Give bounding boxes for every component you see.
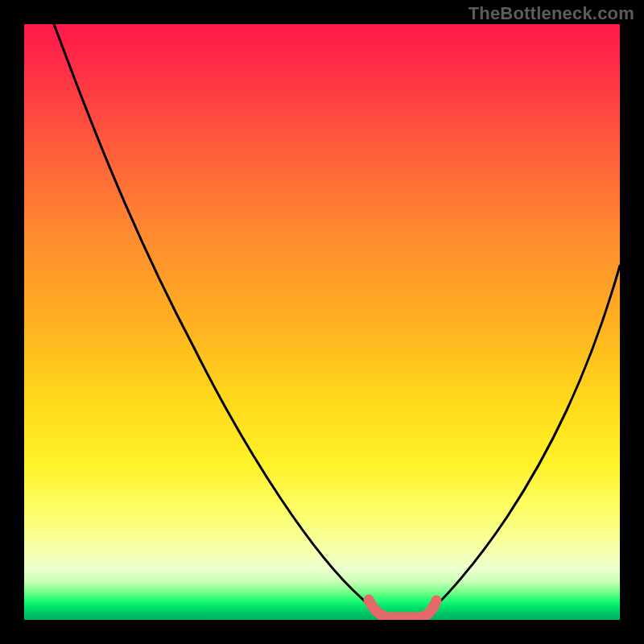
chart-curves	[24, 24, 620, 620]
curve-right-branch	[427, 266, 620, 614]
chart-plot-area	[24, 24, 620, 620]
page-root: TheBottleneck.com	[0, 0, 644, 644]
curve-left-branch	[54, 24, 382, 614]
curve-bottom-marker	[369, 600, 436, 617]
watermark-text: TheBottleneck.com	[469, 3, 634, 24]
